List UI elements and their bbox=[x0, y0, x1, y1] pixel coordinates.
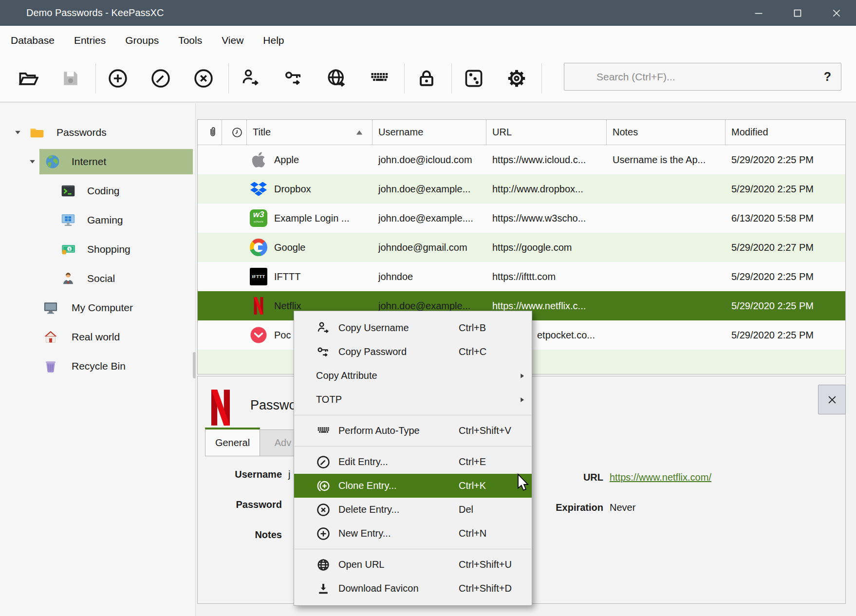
menu-item-shortcut: Ctrl+B bbox=[459, 322, 532, 334]
menu-item-label: Clone Entry... bbox=[338, 480, 459, 491]
open-database-button[interactable] bbox=[17, 67, 39, 90]
menu-item-label: Open URL bbox=[338, 559, 459, 570]
sidebar-item-label: Passwords bbox=[56, 127, 107, 138]
sidebar-item-internet[interactable]: Internet bbox=[0, 149, 195, 174]
table-row-apple[interactable]: Applejohn.doe@icloud.comhttps://www.iclo… bbox=[198, 145, 845, 174]
copy-password-button[interactable] bbox=[282, 67, 305, 90]
copy-username-button[interactable] bbox=[240, 67, 262, 90]
lock-icon bbox=[416, 68, 437, 89]
menu-item-clone-entry[interactable]: Clone Entry...Ctrl+K bbox=[294, 474, 532, 498]
menu-item-delete-entry[interactable]: Delete Entry...Del bbox=[294, 498, 532, 522]
menu-item-copy-attribute[interactable]: Copy Attribute bbox=[294, 364, 532, 388]
sidebar-item-recycle-bin[interactable]: Recycle Bin bbox=[0, 354, 195, 379]
sidebar-item-social[interactable]: Social bbox=[0, 266, 195, 291]
window-maximize-button[interactable] bbox=[778, 0, 817, 26]
entry-title: Netflix bbox=[274, 300, 301, 312]
entry-title: Google bbox=[274, 242, 306, 253]
field-value-url[interactable]: https://www.netflix.com/ bbox=[610, 472, 711, 486]
sidebar-item-label: Internet bbox=[72, 156, 106, 168]
menu-item-download-favicon[interactable]: Download FaviconCtrl+Shift+D bbox=[294, 577, 532, 600]
field-label-username: Username bbox=[198, 469, 282, 484]
lock-database-button[interactable] bbox=[415, 67, 438, 90]
tab-general[interactable]: General bbox=[205, 428, 260, 456]
plus-circle-icon bbox=[107, 68, 129, 89]
table-row-example-login[interactable]: w3schoolsExample Login ...john.doe@examp… bbox=[198, 204, 845, 233]
entry-url: https://www.netflix.c... bbox=[486, 300, 607, 312]
window-close-button[interactable] bbox=[817, 0, 856, 26]
menu-item-open-url[interactable]: Open URLCtrl+Shift+U bbox=[294, 553, 532, 577]
gear-icon bbox=[506, 68, 527, 89]
search-icon bbox=[574, 70, 589, 84]
menu-item-label: New Entry... bbox=[338, 528, 459, 539]
table-row-dropbox[interactable]: Dropboxjohn.doe@example...http://www.dro… bbox=[198, 174, 845, 204]
column-header-attachment[interactable] bbox=[198, 120, 222, 145]
table-row-ifttt[interactable]: IFTTTIFTTTjohndoehttps://ifttt.com5/29/2… bbox=[198, 262, 845, 291]
open-url-button[interactable] bbox=[325, 67, 348, 90]
new-entry-button[interactable] bbox=[107, 67, 129, 90]
column-header-modified[interactable]: Modified bbox=[726, 120, 845, 145]
sidebar-item-passwords[interactable]: Passwords bbox=[0, 120, 195, 145]
window-minimize-button[interactable] bbox=[739, 0, 778, 26]
toolbar-separator bbox=[228, 63, 229, 93]
field-label-notes: Notes bbox=[198, 529, 282, 544]
computer-icon bbox=[43, 300, 58, 316]
column-header-title[interactable]: Title bbox=[247, 120, 372, 145]
edit-entry-button[interactable] bbox=[149, 67, 172, 90]
column-header-username[interactable]: Username bbox=[372, 120, 486, 145]
submenu-arrow-icon bbox=[518, 372, 526, 380]
close-preview-button[interactable] bbox=[818, 385, 846, 414]
menu-item-shortcut: Ctrl+E bbox=[459, 456, 532, 467]
sidebar-item-my-computer[interactable]: My Computer bbox=[0, 295, 195, 320]
menu-entries[interactable]: Entries bbox=[74, 35, 106, 46]
settings-button[interactable] bbox=[505, 67, 528, 90]
menu-item-shortcut: Ctrl+Shift+D bbox=[459, 583, 532, 594]
menu-item-totp[interactable]: TOTP bbox=[294, 388, 532, 411]
window-minimize-icon bbox=[752, 7, 765, 19]
search-input[interactable]: Search (Ctrl+F)... ? bbox=[564, 63, 841, 91]
column-header-time[interactable] bbox=[222, 120, 247, 145]
menu-item-new-entry[interactable]: New Entry...Ctrl+N bbox=[294, 522, 532, 545]
password-generator-button[interactable] bbox=[463, 67, 485, 90]
titlebar: Demo Passwords - KeePassXC bbox=[0, 0, 856, 26]
window-close-icon bbox=[830, 7, 843, 19]
sidebar-item-gaming[interactable]: Gaming bbox=[0, 207, 195, 233]
search-help-button[interactable]: ? bbox=[824, 70, 831, 84]
menu-database[interactable]: Database bbox=[11, 35, 55, 46]
copy-username-icon bbox=[316, 321, 331, 336]
sidebar-item-label: Social bbox=[87, 273, 115, 284]
sidebar-item-coding[interactable]: Coding bbox=[0, 178, 195, 204]
netflix-icon bbox=[250, 297, 267, 315]
column-header-notes[interactable]: Notes bbox=[607, 120, 726, 145]
toolbar-separator bbox=[404, 63, 405, 93]
toolbar: Search (Ctrl+F)... ? bbox=[0, 55, 856, 102]
menu-item-copy-password[interactable]: Copy PasswordCtrl+C bbox=[294, 340, 532, 364]
perform-autotype-button[interactable] bbox=[368, 67, 391, 90]
menu-groups[interactable]: Groups bbox=[125, 35, 159, 46]
menu-item-edit-entry[interactable]: Edit Entry...Ctrl+E bbox=[294, 450, 532, 474]
copy-password-icon bbox=[283, 68, 304, 89]
table-header: Title Username URL Notes Modified bbox=[198, 120, 845, 145]
column-header-url[interactable]: URL bbox=[486, 120, 607, 145]
menu-item-shortcut: Ctrl+C bbox=[459, 346, 532, 357]
table-row-google[interactable]: Googlejohndoe@gmail.comhttps://google.co… bbox=[198, 233, 845, 262]
folder-open-icon bbox=[17, 68, 38, 89]
entry-username: john.doe@example.... bbox=[372, 213, 486, 224]
svg-text:1: 1 bbox=[69, 247, 71, 251]
menu-separator bbox=[295, 415, 531, 415]
entry-title: Poc bbox=[274, 330, 291, 341]
menu-tools[interactable]: Tools bbox=[178, 35, 202, 46]
sidebar-item-shopping[interactable]: 1Shopping bbox=[0, 237, 195, 262]
menu-item-perform-auto-type[interactable]: Perform Auto-TypeCtrl+Shift+V bbox=[294, 419, 532, 443]
menu-separator bbox=[295, 549, 531, 549]
sidebar-item-real-world[interactable]: Real world bbox=[0, 324, 195, 350]
sidebar-item-label: Real world bbox=[72, 331, 120, 343]
menu-help[interactable]: Help bbox=[263, 35, 284, 46]
menu-item-copy-username[interactable]: Copy UsernameCtrl+B bbox=[294, 316, 532, 340]
menu-view[interactable]: View bbox=[222, 35, 243, 46]
entry-username: johndoe bbox=[372, 271, 486, 282]
sidebar-scrollbar[interactable] bbox=[193, 352, 196, 378]
save-database-button[interactable] bbox=[59, 67, 82, 90]
pocket-icon bbox=[250, 326, 267, 344]
delete-entry-button[interactable] bbox=[192, 67, 215, 90]
menu-item-shortcut: Ctrl+Shift+V bbox=[459, 425, 532, 436]
